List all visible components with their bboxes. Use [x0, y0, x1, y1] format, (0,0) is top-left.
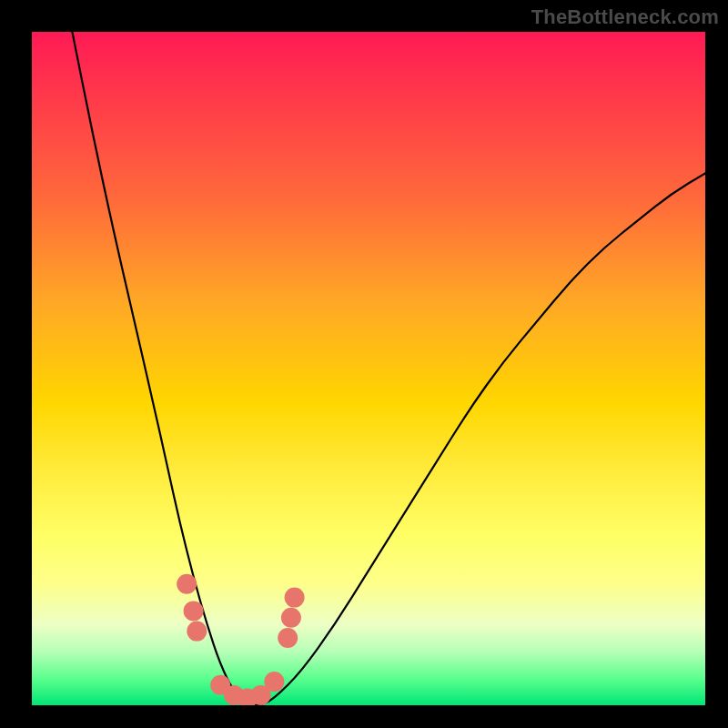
- chart-svg: [32, 32, 705, 705]
- highlight-dot: [184, 601, 204, 621]
- highlight-dot: [278, 628, 298, 648]
- highlight-dot: [187, 622, 207, 642]
- highlight-dot: [281, 608, 301, 628]
- highlight-dot: [177, 574, 197, 594]
- bottleneck-curve: [72, 32, 705, 705]
- curve-path: [72, 32, 705, 705]
- highlight-dot: [264, 672, 284, 692]
- highlight-dots: [177, 574, 304, 705]
- chart-canvas: TheBottleneck.com: [0, 0, 728, 728]
- plot-area: [32, 32, 705, 705]
- highlight-dot: [285, 588, 305, 608]
- watermark-label: TheBottleneck.com: [531, 5, 719, 29]
